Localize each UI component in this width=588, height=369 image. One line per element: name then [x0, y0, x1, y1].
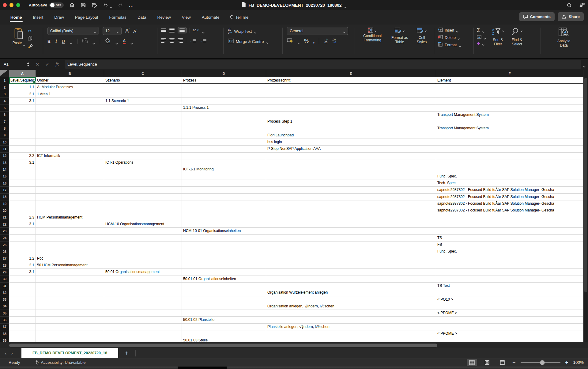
cell-D1[interactable]: Prozess: [182, 77, 266, 84]
bold-button[interactable]: B: [47, 39, 51, 44]
accounting-format-icon[interactable]: [287, 38, 293, 44]
cell-B17[interactable]: [36, 187, 104, 193]
comments-button[interactable]: Comments: [519, 12, 555, 21]
cell-D18[interactable]: [182, 194, 266, 200]
cell-C35[interactable]: [104, 310, 182, 317]
analyse-data-button[interactable]: Analyse Data: [553, 27, 575, 48]
row-header-34[interactable]: 34: [0, 303, 9, 310]
cell-A26[interactable]: [9, 248, 36, 255]
select-all-button[interactable]: [0, 70, 9, 77]
cell-E11[interactable]: P-Step NonSAP Application AAA: [266, 146, 436, 152]
cell-B29[interactable]: [36, 269, 104, 276]
prev-sheet-icon[interactable]: ‹: [5, 351, 6, 356]
cell-A14[interactable]: [9, 166, 36, 173]
clear-button[interactable]: ◆: [477, 41, 486, 45]
cell-F38[interactable]: < PPOME >: [436, 330, 583, 337]
cell-A7[interactable]: [9, 118, 36, 125]
borders-icon[interactable]: [82, 38, 88, 44]
accounting-chevron-icon[interactable]: [297, 40, 300, 42]
next-sheet-icon[interactable]: ›: [11, 351, 13, 356]
autosave-toggle[interactable]: AutoSave OFF: [29, 2, 64, 8]
increase-decimal-icon[interactable]: ←0.00: [323, 38, 327, 44]
row-header-18[interactable]: 18: [0, 194, 9, 200]
row-header-7[interactable]: 7: [0, 118, 9, 125]
save-as-icon[interactable]: [92, 2, 97, 8]
zoom-out-button[interactable]: −: [513, 359, 516, 366]
more-commands-icon[interactable]: …: [129, 2, 134, 8]
cell-E14[interactable]: [266, 166, 436, 173]
cell-D27[interactable]: [182, 255, 266, 262]
cell-E10[interactable]: bss login: [266, 139, 436, 146]
cell-B7[interactable]: [36, 118, 104, 125]
cell-C3[interactable]: [104, 91, 182, 98]
vertical-scrollbar[interactable]: [583, 70, 588, 342]
cell-D10[interactable]: [182, 139, 266, 146]
cell-D30[interactable]: 50.01.01 Organisationseinheiten: [182, 276, 266, 283]
cell-B10[interactable]: [36, 139, 104, 146]
row-header-31[interactable]: 31: [0, 283, 9, 289]
cell-F12[interactable]: [436, 153, 583, 159]
font-color-icon[interactable]: A: [123, 39, 126, 44]
cell-E30[interactable]: [266, 276, 436, 283]
cell-F18[interactable]: sapnote2937302 - Focused Build fuÃàr SAP…: [436, 194, 583, 200]
cell-C19[interactable]: [104, 200, 182, 207]
row-header-2[interactable]: 2: [0, 84, 9, 91]
cell-F24[interactable]: TS: [436, 235, 583, 242]
cell-F27[interactable]: [436, 255, 583, 262]
cell-B21[interactable]: HCM Personalmanagement: [36, 214, 104, 221]
cell-B28[interactable]: 50 HCM Personalmanagement: [36, 262, 104, 269]
cell-A30[interactable]: [9, 276, 36, 283]
find-select-button[interactable]: Find & Select: [507, 27, 526, 47]
formula-input[interactable]: Level.Sequence: [65, 60, 581, 69]
conditional-formatting-button[interactable]: Conditional Formatting: [358, 27, 387, 43]
cell-C10[interactable]: [104, 139, 182, 146]
insert-cells-button[interactable]: Insert: [438, 28, 458, 33]
cell-B19[interactable]: [36, 200, 104, 207]
cell-D16[interactable]: [182, 180, 266, 187]
cell-B23[interactable]: [36, 228, 104, 234]
cell-E15[interactable]: [266, 173, 436, 180]
decrease-indent-icon[interactable]: ←: [189, 39, 196, 43]
cell-A17[interactable]: [9, 187, 36, 193]
tab-page-layout[interactable]: Page Layout: [74, 13, 99, 21]
tab-tell-me[interactable]: Tell me: [230, 15, 249, 20]
add-sheet-button[interactable]: +: [125, 350, 129, 357]
row-header-24[interactable]: 24: [0, 235, 9, 242]
number-format-select[interactable]: General: [287, 27, 348, 35]
cell-E22[interactable]: [266, 221, 436, 228]
cell-C8[interactable]: [104, 125, 182, 132]
cell-D14[interactable]: ICT-1-1 Monitoring: [182, 166, 266, 173]
delete-cells-button[interactable]: Delete: [438, 35, 460, 40]
cell-F9[interactable]: [436, 132, 583, 139]
column-header-C[interactable]: C: [104, 70, 182, 77]
cell-B1[interactable]: Ordner: [36, 77, 104, 84]
cell-F22[interactable]: [436, 221, 583, 228]
align-bottom-icon[interactable]: [178, 27, 187, 33]
cell-E34[interactable]: Organisation anlegen, √§ndern, l√∂schen: [266, 303, 436, 310]
orientation-chevron-icon[interactable]: [202, 29, 205, 32]
row-header-28[interactable]: 28: [0, 262, 9, 269]
row-header-29[interactable]: 29: [0, 269, 9, 276]
cell-A19[interactable]: [9, 200, 36, 207]
cell-E21[interactable]: [266, 214, 436, 221]
page-break-preview-button[interactable]: [497, 359, 508, 366]
cancel-icon[interactable]: ✕: [36, 62, 40, 67]
column-header-A[interactable]: A: [9, 70, 36, 77]
align-top-icon[interactable]: [161, 29, 166, 32]
cell-F34[interactable]: [436, 303, 583, 310]
underline-button[interactable]: U: [62, 39, 65, 44]
cell-C25[interactable]: [104, 242, 182, 248]
cell-F36[interactable]: [436, 317, 583, 323]
cell-C4[interactable]: 1.1 Scenario 1: [104, 98, 182, 105]
save-icon[interactable]: [81, 2, 86, 8]
row-header-35[interactable]: 35: [0, 310, 9, 317]
cell-C23[interactable]: [104, 228, 182, 234]
cell-F19[interactable]: sapnote2937302 - Focused Build fuÃàr SAP…: [436, 200, 583, 207]
row-header-15[interactable]: 15: [0, 173, 9, 180]
cell-A4[interactable]: 3.1: [9, 98, 36, 105]
cell-A38[interactable]: [9, 330, 36, 337]
cell-E27[interactable]: [266, 255, 436, 262]
cell-A25[interactable]: [9, 242, 36, 248]
autosum-button[interactable]: Σ: [477, 28, 486, 33]
decrease-decimal-icon[interactable]: .00→0: [332, 38, 336, 44]
